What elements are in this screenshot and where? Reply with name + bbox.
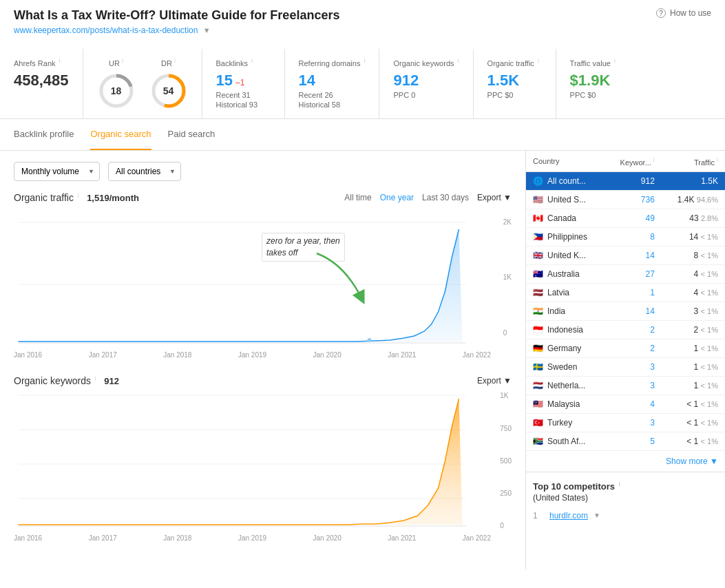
- metric-dr: DR i 54: [149, 57, 188, 110]
- metric-organic-keywords: Organic keywords i 912 PPC 0: [379, 49, 473, 118]
- url-dropdown-icon[interactable]: ▼: [203, 26, 211, 34]
- keywords-export-btn[interactable]: Export ▼: [477, 376, 512, 386]
- right-panel: Country Keywor... i Traffic i 🌐 All coun…: [525, 151, 725, 570]
- table-row[interactable]: 🇬🇧United K... 14 8 < 1%: [526, 246, 725, 265]
- ahrefs-rank-value: 458,485: [14, 72, 69, 90]
- x-jan2019: Jan 2019: [238, 351, 266, 359]
- metric-gauges: UR i 18 DR i: [83, 49, 202, 118]
- flag-ph: 🇵🇭: [533, 232, 543, 242]
- annotation-arrow: [303, 250, 372, 305]
- table-row[interactable]: 🇹🇷Turkey 3 < 1 < 1%: [526, 414, 725, 432]
- traffic-chart-container: 2K 1K 0 zero for a year, thentakes off: [14, 209, 512, 348]
- country-name-cell: 🌐 All count...: [526, 172, 605, 191]
- competitor-link[interactable]: hurdlr.com: [549, 511, 588, 521]
- table-row[interactable]: 🇵🇭Philippines 8 14 < 1%: [526, 228, 725, 246]
- flag-za: 🇿🇦: [533, 437, 543, 446]
- info-icon-backlinks: i: [251, 57, 253, 64]
- time-all[interactable]: All time: [344, 193, 371, 202]
- flag-ca: 🇨🇦: [533, 213, 543, 223]
- volume-select[interactable]: Monthly volume: [14, 162, 100, 181]
- annotation-dot: [368, 338, 372, 342]
- time-one-year[interactable]: One year: [380, 193, 414, 202]
- kw-y-250: 250: [500, 490, 512, 497]
- countries-select[interactable]: All countries: [108, 162, 181, 181]
- keywords-area-fill: [19, 399, 463, 525]
- main-content: Monthly volume All countries Organic tra…: [0, 151, 725, 570]
- traffic-line: [19, 229, 459, 342]
- competitor-item: 1 hurdlr.com ▼: [533, 508, 718, 523]
- countries-filter-wrapper[interactable]: All countries: [108, 162, 181, 181]
- keywords-y-labels: 1K 750 500 250 0: [500, 392, 512, 529]
- flag-au: 🇦🇺: [533, 269, 543, 279]
- x-jan2018: Jan 2018: [163, 351, 191, 359]
- table-row[interactable]: 🇨🇦Canada 49 43 2.8%: [526, 209, 725, 228]
- keywords-chart-container: 1K 750 500 250 0: [14, 392, 512, 532]
- flag-de: 🇩🇪: [533, 344, 543, 353]
- table-row[interactable]: 🇸🇪Sweden 3 1 < 1%: [526, 358, 725, 377]
- x-jan2021: Jan 2021: [388, 351, 416, 359]
- kw-x-jan2022: Jan 2022: [463, 534, 491, 542]
- metric-backlinks: Backlinks i 15 –1 Recent 31 Historical 9…: [202, 49, 285, 118]
- table-row[interactable]: 🌐 All count... 912 1.5K: [526, 172, 725, 191]
- organic-traffic-section: Organic traffic i 1,519/month All time O…: [14, 192, 512, 359]
- metrics-bar: Ahrefs Rank i 458,485 UR i 18: [0, 49, 725, 119]
- info-icon-section-keywords: i: [95, 375, 96, 382]
- table-row[interactable]: 🇿🇦South Af... 5 < 1 < 1%: [526, 432, 725, 451]
- tab-organic-search[interactable]: Organic search: [90, 119, 151, 150]
- table-row[interactable]: 🇮🇳India 14 3 < 1%: [526, 302, 725, 321]
- ur-value: 18: [111, 85, 122, 96]
- referring-domains-value: 14: [299, 72, 366, 90]
- keywords-ppc: PPC 0: [393, 91, 459, 99]
- col-country: Country: [526, 151, 605, 172]
- export-chevron-icon: ▼: [503, 193, 512, 202]
- backlinks-recent: Recent 31: [216, 91, 271, 99]
- referring-historical: Historical 58: [299, 101, 366, 109]
- traffic-section-title: Organic traffic: [14, 192, 74, 203]
- page-url[interactable]: www.keepertax.com/posts/what-is-a-tax-de…: [14, 25, 339, 35]
- country-table: Country Keywor... i Traffic i 🌐 All coun…: [526, 151, 725, 452]
- table-row[interactable]: 🇲🇾Malaysia 4 < 1 < 1%: [526, 395, 725, 414]
- table-row[interactable]: 🇳🇱Netherla... 3 1 < 1%: [526, 377, 725, 395]
- table-row[interactable]: 🇮🇩Indonesia 2 2 < 1%: [526, 321, 725, 339]
- info-icon-keywords: i: [458, 57, 459, 64]
- y-label-1k: 1K: [503, 273, 512, 281]
- y-label-2k: 2K: [503, 218, 512, 226]
- flag-us: 🇺🇸: [533, 195, 543, 204]
- traffic-export-btn[interactable]: Export ▼: [477, 193, 512, 202]
- metric-ahrefs-rank: Ahrefs Rank i 458,485: [0, 49, 83, 118]
- table-row[interactable]: 🇱🇻Latvia 1 4 < 1%: [526, 284, 725, 302]
- metric-referring-domains: Referring domains i 14 Recent 26 Histori…: [285, 49, 380, 118]
- time-last-30[interactable]: Last 30 days: [422, 193, 469, 202]
- organic-traffic-value: 1.5K: [487, 72, 542, 90]
- table-row[interactable]: 🇦🇺Australia 27 4 < 1%: [526, 265, 725, 284]
- x-jan2020: Jan 2020: [313, 351, 342, 359]
- value-ppc: PPC $0: [570, 91, 625, 99]
- flag-gb: 🇬🇧: [533, 251, 543, 260]
- x-jan2017: Jan 2017: [89, 351, 117, 359]
- tab-paid-search[interactable]: Paid search: [168, 119, 216, 150]
- keywords-section-value: 912: [104, 376, 119, 386]
- volume-filter-wrapper[interactable]: Monthly volume: [14, 162, 100, 181]
- table-row[interactable]: 🇺🇸United S... 736 1.4K 94.6%: [526, 191, 725, 209]
- flag-in: 🇮🇳: [533, 306, 543, 316]
- flag-tr: 🇹🇷: [533, 418, 543, 428]
- col-keywords: Keywor... i: [605, 151, 662, 172]
- referring-recent: Recent 26: [299, 91, 366, 99]
- keywords-cell: 912: [605, 172, 662, 191]
- backlinks-value: 15: [216, 72, 233, 90]
- traffic-y-labels: 2K 1K 0: [503, 209, 512, 346]
- how-to-use[interactable]: ? How to use: [656, 8, 711, 18]
- dr-value: 54: [163, 85, 174, 96]
- filter-row: Monthly volume All countries: [14, 162, 512, 181]
- traffic-area-fill: [19, 229, 463, 342]
- kw-x-jan2020: Jan 2020: [313, 534, 342, 542]
- page-title: What Is a Tax Write-Off? Ultimate Guide …: [14, 8, 339, 23]
- table-row[interactable]: 🇩🇪Germany 2 1 < 1%: [526, 339, 725, 358]
- keywords-x-labels: Jan 2016 Jan 2017 Jan 2018 Jan 2019 Jan …: [14, 533, 512, 542]
- show-more-btn[interactable]: Show more ▼: [526, 451, 725, 472]
- info-icon-section-traffic: i: [78, 192, 79, 199]
- tab-backlink-profile[interactable]: Backlink profile: [14, 119, 74, 150]
- header-section: What Is a Tax Write-Off? Ultimate Guide …: [0, 0, 725, 49]
- kw-y-0: 0: [500, 522, 512, 529]
- backlinks-historical: Historical 93: [216, 101, 271, 109]
